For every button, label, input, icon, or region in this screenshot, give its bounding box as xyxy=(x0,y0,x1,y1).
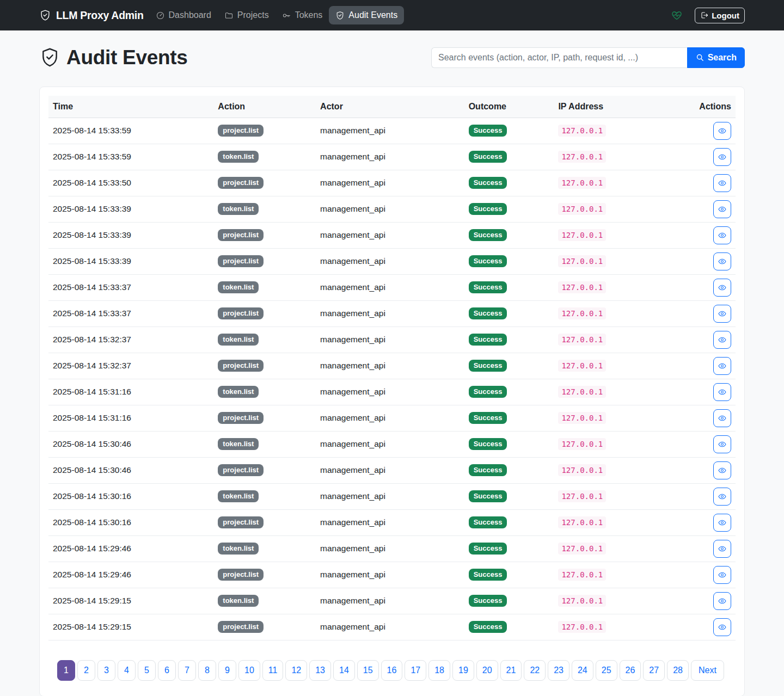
page-button-23[interactable]: 23 xyxy=(548,660,569,681)
view-event-button[interactable] xyxy=(713,566,731,584)
page-button-10[interactable]: 10 xyxy=(238,660,260,681)
action-badge: token.list xyxy=(218,151,259,163)
search-button[interactable]: Search xyxy=(687,47,745,68)
ip-address: 127.0.0.1 xyxy=(558,151,606,163)
ip-address: 127.0.0.1 xyxy=(558,621,606,633)
table-row: 2025-08-14 15:33:39project.listmanagemen… xyxy=(48,248,736,274)
page-button-7[interactable]: 7 xyxy=(178,660,196,681)
view-event-button[interactable] xyxy=(713,226,731,244)
action-badge: token.list xyxy=(218,595,259,607)
navbar-menu: DashboardProjectsTokensAudit Events xyxy=(149,6,405,24)
ip-address: 127.0.0.1 xyxy=(558,255,606,267)
table-row: 2025-08-14 15:33:59token.listmanagement_… xyxy=(48,144,736,170)
page-button-24[interactable]: 24 xyxy=(572,660,593,681)
view-event-button[interactable] xyxy=(713,618,731,636)
view-event-button[interactable] xyxy=(713,357,731,375)
table-row: 2025-08-14 15:33:59project.listmanagemen… xyxy=(48,118,736,144)
nav-item-projects[interactable]: Projects xyxy=(218,6,275,24)
view-event-button[interactable] xyxy=(713,122,731,140)
next-page-button[interactable]: Next xyxy=(691,660,724,681)
event-actor: management_api xyxy=(316,118,464,144)
nav-item-dashboard[interactable]: Dashboard xyxy=(149,6,218,24)
shield-check-icon xyxy=(39,9,51,21)
outcome-badge: Success xyxy=(469,334,507,346)
logout-button[interactable]: Logout xyxy=(695,8,745,23)
ip-address: 127.0.0.1 xyxy=(558,360,606,372)
top-navbar: LLM Proxy Admin DashboardProjectsTokensA… xyxy=(0,0,784,30)
outcome-badge: Success xyxy=(469,490,507,503)
view-event-button[interactable] xyxy=(713,514,731,532)
page-button-9[interactable]: 9 xyxy=(218,660,236,681)
page-button-21[interactable]: 21 xyxy=(500,660,522,681)
nav-item-audit-events[interactable]: Audit Events xyxy=(329,6,404,24)
eye-icon xyxy=(718,231,727,240)
app-brand-label: LLM Proxy Admin xyxy=(56,9,144,22)
page-button-19[interactable]: 19 xyxy=(452,660,474,681)
view-event-button[interactable] xyxy=(713,592,731,610)
page-button-13[interactable]: 13 xyxy=(309,660,331,681)
event-time: 2025-08-14 15:33:50 xyxy=(48,170,213,196)
page-button-18[interactable]: 18 xyxy=(428,660,450,681)
view-event-button[interactable] xyxy=(713,252,731,270)
page-button-25[interactable]: 25 xyxy=(596,660,617,681)
eye-icon xyxy=(718,414,727,423)
action-badge: project.list xyxy=(218,464,264,477)
event-time: 2025-08-14 15:32:37 xyxy=(48,353,213,379)
page-button-16[interactable]: 16 xyxy=(381,660,403,681)
page-button-4[interactable]: 4 xyxy=(118,660,136,681)
view-event-button[interactable] xyxy=(713,200,731,218)
view-event-button[interactable] xyxy=(713,174,731,192)
page-button-6[interactable]: 6 xyxy=(158,660,176,681)
app-brand[interactable]: LLM Proxy Admin xyxy=(39,9,144,22)
table-row: 2025-08-14 15:33:37project.listmanagemen… xyxy=(48,300,736,327)
view-event-button[interactable] xyxy=(713,409,731,427)
outcome-badge: Success xyxy=(469,438,507,451)
view-event-button[interactable] xyxy=(713,383,731,401)
page-button-17[interactable]: 17 xyxy=(405,660,426,681)
ip-address: 127.0.0.1 xyxy=(558,490,606,502)
view-event-button[interactable] xyxy=(713,148,731,166)
action-badge: project.list xyxy=(218,125,264,137)
view-event-button[interactable] xyxy=(713,488,731,506)
view-event-button[interactable] xyxy=(713,540,731,558)
nav-item-label: Projects xyxy=(237,10,269,20)
page-button-3[interactable]: 3 xyxy=(97,660,115,681)
page-button-8[interactable]: 8 xyxy=(198,660,216,681)
page-button-20[interactable]: 20 xyxy=(476,660,498,681)
view-event-button[interactable] xyxy=(713,331,731,349)
action-badge: token.list xyxy=(218,490,259,503)
nav-item-tokens[interactable]: Tokens xyxy=(275,6,329,24)
view-event-button[interactable] xyxy=(713,435,731,453)
eye-icon xyxy=(718,518,727,527)
event-time: 2025-08-14 15:30:16 xyxy=(48,509,213,535)
page-button-28[interactable]: 28 xyxy=(667,660,689,681)
page-header: Audit Events Search xyxy=(39,44,745,71)
page-button-15[interactable]: 15 xyxy=(357,660,379,681)
search-input[interactable] xyxy=(431,47,687,68)
event-actor: management_api xyxy=(316,327,464,353)
page-button-22[interactable]: 22 xyxy=(524,660,546,681)
table-row: 2025-08-14 15:29:15project.listmanagemen… xyxy=(48,614,736,640)
page-button-11[interactable]: 11 xyxy=(262,660,284,681)
page-button-1[interactable]: 1 xyxy=(57,660,75,681)
table-row: 2025-08-14 15:30:46token.listmanagement_… xyxy=(48,431,736,457)
event-actor: management_api xyxy=(316,535,464,562)
eye-icon xyxy=(718,205,727,214)
page-button-27[interactable]: 27 xyxy=(643,660,665,681)
page-button-12[interactable]: 12 xyxy=(285,660,307,681)
view-event-button[interactable] xyxy=(713,305,731,323)
page-button-14[interactable]: 14 xyxy=(333,660,355,681)
view-event-button[interactable] xyxy=(713,279,731,297)
event-time: 2025-08-14 15:30:46 xyxy=(48,457,213,483)
outcome-badge: Success xyxy=(469,386,507,398)
event-time: 2025-08-14 15:32:37 xyxy=(48,327,213,353)
action-badge: token.list xyxy=(218,203,259,215)
page-button-5[interactable]: 5 xyxy=(138,660,156,681)
outcome-badge: Success xyxy=(469,229,507,242)
page-button-26[interactable]: 26 xyxy=(620,660,641,681)
event-actor: management_api xyxy=(316,614,464,640)
event-actor: management_api xyxy=(316,248,464,274)
page-button-2[interactable]: 2 xyxy=(77,660,95,681)
audit-events-card: TimeActionActorOutcomeIP AddressActions … xyxy=(39,87,745,696)
view-event-button[interactable] xyxy=(713,461,731,479)
